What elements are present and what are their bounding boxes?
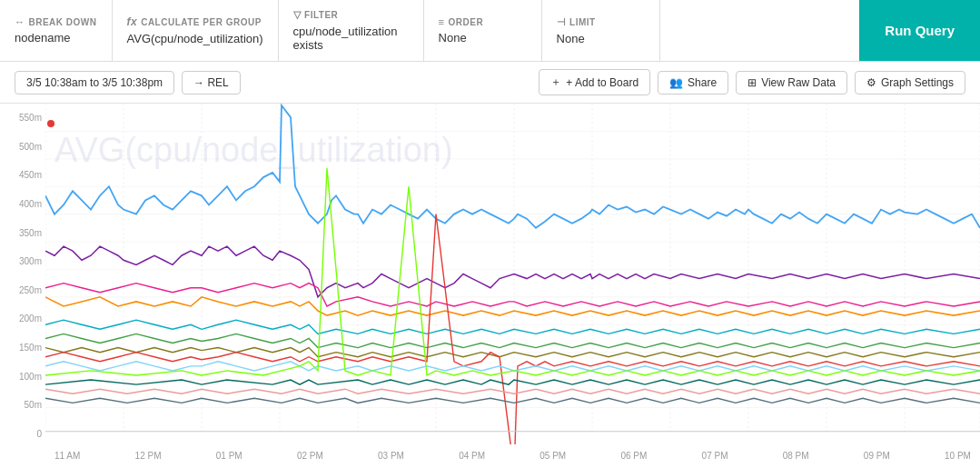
limit-value: None [557, 32, 645, 45]
breakdown-label: ↔ BREAK DOWN [15, 16, 97, 27]
order-label: ≡ ORDER [439, 16, 527, 27]
share-icon: 👥 [669, 76, 683, 89]
plus-icon: ＋ [550, 75, 561, 90]
filter-icon: ▽ [293, 9, 302, 21]
gear-icon: ⚙ [866, 76, 876, 89]
breakdown-icon: ↔ [15, 16, 25, 27]
share-button[interactable]: 👥 Share [658, 71, 728, 95]
date-range-button[interactable]: 3/5 10:38am to 3/5 10:38pm [15, 71, 174, 95]
rel-button[interactable]: → REL [182, 71, 241, 95]
calculate-icon: fx [127, 15, 138, 28]
view-raw-data-button[interactable]: ⊞ View Raw Data [736, 71, 847, 95]
y-axis: 550m 500m 450m 400m 350m 300m 250m 200m … [0, 104, 45, 439]
limit-icon: ⊣ [557, 16, 567, 28]
filter-label: ▽ FILTER [293, 9, 409, 21]
add-to-board-button[interactable]: ＋ + Add to Board [539, 69, 650, 95]
toolbar: 3/5 10:38am to 3/5 10:38pm → REL ＋ + Add… [0, 62, 980, 104]
x-axis: 11 AM 12 PM 01 PM 02 PM 03 PM 04 PM 05 P… [45, 444, 980, 466]
table-icon: ⊞ [747, 76, 757, 89]
calculate-label: fx CALCULATE PER GROUP [127, 15, 263, 28]
filter-value: cpu/node_utilization exists [293, 25, 409, 52]
red-dot-indicator [47, 120, 54, 127]
breakdown-value: nodename [15, 31, 97, 45]
filter-segment[interactable]: ▽ FILTER cpu/node_utilization exists [279, 0, 424, 61]
limit-label: ⊣ LIMIT [557, 16, 645, 28]
limit-segment[interactable]: ⊣ LIMIT None [542, 0, 660, 61]
graph-settings-button[interactable]: ⚙ Graph Settings [855, 71, 965, 95]
chart-container: AVG(cpu/node_utilization) 550m 500m 450m… [0, 104, 980, 466]
calculate-segment[interactable]: fx CALCULATE PER GROUP AVG(cpu/node_util… [113, 0, 279, 61]
order-segment[interactable]: ≡ ORDER None [424, 0, 542, 61]
calculate-value: AVG(cpu/node_utilization) [127, 32, 263, 45]
run-query-button[interactable]: Run Query [859, 0, 980, 61]
breakdown-segment[interactable]: ↔ BREAK DOWN nodename [0, 0, 113, 61]
top-bar: ↔ BREAK DOWN nodename fx CALCULATE PER G… [0, 0, 980, 62]
order-icon: ≡ [439, 16, 445, 27]
order-value: None [439, 31, 527, 45]
chart-svg [45, 104, 980, 444]
